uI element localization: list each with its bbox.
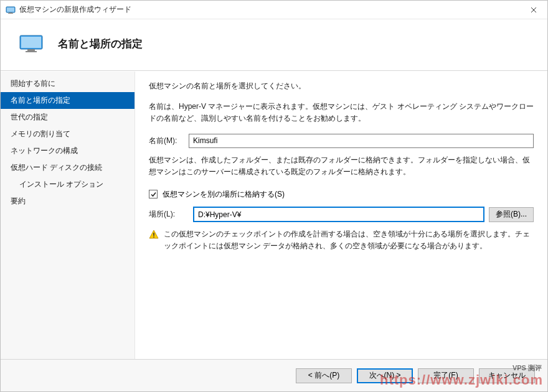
store-different-location-row: 仮想マシンを別の場所に格納する(S): [149, 189, 534, 200]
cancel-button[interactable]: キャンセル: [479, 368, 535, 383]
warning-icon: [149, 230, 159, 240]
window-title: 仮想マシンの新規作成ウィザード: [19, 4, 519, 15]
svg-rect-1: [7, 7, 14, 12]
sidebar-item-summary[interactable]: 要約: [1, 193, 135, 210]
close-button[interactable]: [519, 1, 547, 19]
sidebar-item-memory[interactable]: メモリの割り当て: [1, 126, 135, 142]
store-different-location-checkbox[interactable]: [149, 190, 158, 198]
svg-rect-7: [26, 51, 37, 52]
sidebar-item-network[interactable]: ネットワークの構成: [1, 142, 135, 159]
svg-rect-9: [153, 236, 154, 238]
checkbox-label: 仮想マシンを別の場所に格納する(S): [163, 189, 285, 200]
wizard-window: 仮想マシンの新規作成ウィザード 名前と場所の指定 開始する前に 名前と場所の指定…: [0, 0, 548, 392]
store-help-text: 仮想マシンは、作成したフォルダー、または既存のフォルダーに格納できます。フォルダ…: [149, 154, 534, 178]
name-label: 名前(M):: [149, 136, 189, 146]
sidebar-item-generation[interactable]: 世代の指定: [1, 109, 135, 126]
wizard-body: 開始する前に 名前と場所の指定 世代の指定 メモリの割り当て ネットワークの構成…: [1, 71, 547, 359]
svg-rect-3: [8, 13, 13, 14]
sidebar-item-install-options[interactable]: インストール オプション: [1, 176, 135, 193]
svg-rect-6: [27, 49, 35, 51]
intro-text: 仮想マシンの名前と場所を選択してください。: [149, 80, 534, 92]
vm-name-input[interactable]: [189, 134, 534, 148]
next-button[interactable]: 次へ(N) >: [357, 368, 413, 383]
sidebar-item-name-location[interactable]: 名前と場所の指定: [1, 92, 135, 109]
svg-rect-5: [21, 37, 41, 48]
location-label: 場所(L):: [149, 209, 189, 220]
location-input[interactable]: [194, 207, 484, 222]
page-title: 名前と場所の指定: [58, 37, 143, 51]
browse-button[interactable]: 参照(B)...: [489, 207, 534, 222]
app-icon: [6, 5, 16, 15]
back-button[interactable]: < 前へ(P): [296, 368, 352, 383]
sidebar-item-before-begin[interactable]: 開始する前に: [1, 75, 135, 92]
sidebar: 開始する前に 名前と場所の指定 世代の指定 メモリの割り当て ネットワークの構成…: [1, 72, 135, 359]
name-row: 名前(M):: [149, 134, 534, 148]
sidebar-item-vhd[interactable]: 仮想ハード ディスクの接続: [1, 159, 135, 176]
name-help-text: 名前は、Hyper-V マネージャーに表示されます。仮想マシンには、ゲスト オペ…: [149, 101, 534, 124]
warning-row: この仮想マシンのチェックポイントの作成を計画する場合は、空き領域が十分にある場所…: [149, 228, 534, 251]
titlebar: 仮想マシンの新規作成ウィザード: [1, 1, 547, 19]
wizard-footer: < 前へ(P) 次へ(N) > 完了(F) キャンセル: [1, 359, 547, 391]
warning-text: この仮想マシンのチェックポイントの作成を計画する場合は、空き領域が十分にある場所…: [164, 228, 534, 251]
svg-rect-8: [153, 233, 154, 236]
checkmark-icon: [150, 191, 157, 198]
finish-button[interactable]: 完了(F): [418, 368, 474, 383]
location-row: 場所(L): 参照(B)...: [149, 207, 534, 222]
close-icon: [531, 7, 537, 13]
wizard-header: 名前と場所の指定: [1, 19, 547, 71]
header-monitor-icon: [18, 30, 44, 57]
main-panel: 仮想マシンの名前と場所を選択してください。 名前は、Hyper-V マネージャー…: [135, 72, 547, 359]
